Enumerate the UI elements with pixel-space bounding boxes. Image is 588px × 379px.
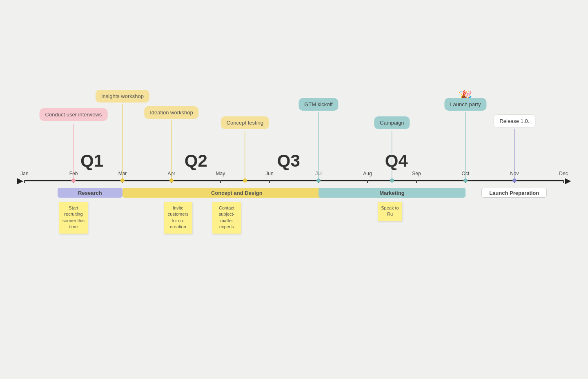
phase-launch-preparation-bar: Launch Preparation [481, 188, 547, 198]
sticky-note-recruiting: Start recruiting sooner this time [59, 202, 88, 234]
conduct-user-interviews-dot [71, 178, 76, 183]
gtm-kickoff-card[interactable]: GTM kickoff [298, 98, 338, 111]
timeline-axis: Jan Feb Mar Apr May Jun Jul Aug Sep Oct … [24, 180, 564, 181]
concept-testing-card[interactable]: Concept testing [221, 116, 269, 129]
concept-testing-line [245, 131, 245, 180]
concept-testing-dot [243, 178, 247, 183]
launch-party-card[interactable]: Launch party [444, 98, 486, 111]
sticky-note-speak: Speak to Ru [378, 202, 402, 221]
month-sep: Sep [412, 171, 421, 176]
release-1-0-card[interactable]: Release 1.0. [493, 114, 535, 128]
month-dec: Dec [559, 171, 568, 176]
launch-party-dot [463, 178, 468, 183]
insights-workshop-card[interactable]: Insights workshop [96, 90, 149, 103]
conduct-user-interviews-line [73, 124, 74, 180]
month-jan: Jan [20, 171, 28, 176]
quarter-q1: Q1 [80, 151, 103, 171]
conduct-user-interviews-card[interactable]: Conduct user interviews [40, 108, 108, 121]
campaign-line [392, 131, 392, 180]
quarter-q3: Q3 [277, 151, 300, 171]
quarter-q4: Q4 [385, 151, 408, 171]
insights-workshop-dot [120, 178, 125, 183]
campaign-card[interactable]: Campaign [374, 116, 410, 129]
month-jun: Jun [265, 171, 273, 176]
ideation-workshop-dot [169, 178, 174, 183]
gtm-kickoff-line [318, 112, 319, 180]
month-may: May [216, 171, 225, 176]
insights-workshop-line [122, 104, 123, 180]
quarter-q2: Q2 [185, 151, 207, 171]
phase-marketing-bar: Marketing [318, 188, 466, 198]
phase-concept-design-bar: Concept and Design [122, 188, 351, 198]
ideation-workshop-card[interactable]: Ideation workshop [144, 106, 199, 119]
launch-party-line [465, 112, 466, 180]
ideation-workshop-line [171, 120, 172, 180]
month-aug: Aug [363, 171, 372, 176]
release-1-0-dot [512, 178, 517, 183]
campaign-dot [390, 178, 394, 183]
gtm-kickoff-dot [316, 178, 321, 183]
phase-research-bar: Research [58, 188, 123, 198]
timeline-container: Jan Feb Mar Apr May Jun Jul Aug Sep Oct … [24, 74, 564, 181]
release-1-0-line [514, 129, 515, 180]
sticky-note-experts: Contact subject-matter experts [212, 202, 241, 234]
sticky-note-customers: Invite customers for co-creation [164, 202, 192, 234]
